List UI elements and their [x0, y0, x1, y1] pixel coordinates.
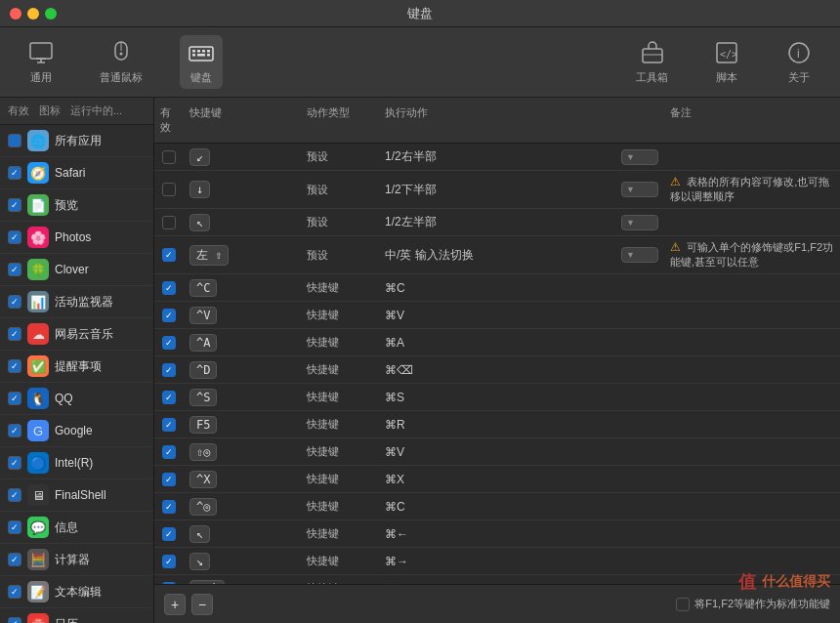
- svg-rect-8: [192, 50, 195, 53]
- dropdown-cell-12: [615, 503, 664, 511]
- general-icon: [27, 39, 55, 66]
- action-dropdown-2[interactable]: ▼: [621, 215, 658, 230]
- close-button[interactable]: [10, 8, 21, 20]
- row-checkbox-3[interactable]: [162, 248, 176, 262]
- minimize-button[interactable]: [27, 8, 39, 20]
- sidebar-item-1[interactable]: 🧭Safari: [0, 157, 153, 189]
- toolbar-item-general[interactable]: 通用: [20, 35, 63, 89]
- sidebar-checkbox-11[interactable]: [8, 488, 21, 502]
- sidebar-item-13[interactable]: 🧮计算器: [0, 544, 153, 576]
- action-dropdown-0[interactable]: ▼: [621, 149, 658, 165]
- sidebar-checkbox-7[interactable]: [8, 359, 21, 373]
- sidebar-item-9[interactable]: GGoogle: [0, 415, 153, 447]
- toolbar-item-toolbox[interactable]: 工具箱: [628, 35, 676, 89]
- row-checkbox-11[interactable]: [162, 473, 176, 486]
- sidebar-checkbox-6[interactable]: [8, 327, 21, 341]
- f1f2-checkbox[interactable]: [676, 598, 690, 611]
- app-icon-13: 🧮: [27, 549, 49, 570]
- sidebar-item-4[interactable]: 🍀Clover: [0, 254, 153, 286]
- sidebar-checkbox-12[interactable]: [8, 520, 21, 534]
- sidebar-item-2[interactable]: 📄预览: [0, 189, 153, 222]
- sidebar-checkbox-5[interactable]: [8, 295, 21, 309]
- row-checkbox-10[interactable]: [162, 445, 176, 459]
- sidebar-item-11[interactable]: 🖥FinalShell: [0, 479, 153, 512]
- toolbar-item-script[interactable]: </> 脚本: [705, 35, 748, 89]
- sidebar-item-14[interactable]: 📝文本编辑: [0, 576, 153, 608]
- sidebar-checkbox-13[interactable]: [8, 553, 21, 566]
- sidebar-item-12[interactable]: 💬信息: [0, 512, 153, 544]
- sidebar-checkbox-0[interactable]: [8, 134, 21, 147]
- sidebar-item-5[interactable]: 📊活动监视器: [0, 286, 153, 318]
- action-text-14: ⌘→: [385, 555, 408, 568]
- sidebar-header-icon: 图标: [35, 102, 64, 120]
- add-button[interactable]: +: [164, 594, 186, 615]
- action-dropdown-1[interactable]: ▼: [621, 182, 658, 197]
- f1f2-option[interactable]: 将F1,F2等键作为标准功能键: [676, 597, 830, 611]
- sidebar-checkbox-4[interactable]: [8, 263, 21, 276]
- app-icon-6: ☁: [27, 323, 49, 345]
- sidebar-checkbox-3[interactable]: [8, 230, 21, 244]
- zoom-button[interactable]: [45, 8, 57, 20]
- sidebar-checkbox-15[interactable]: [8, 617, 21, 623]
- dropdown-cell-1[interactable]: ▼: [615, 178, 664, 201]
- sidebar-checkbox-10[interactable]: [8, 456, 21, 470]
- action-dropdown-3[interactable]: ▼: [621, 247, 658, 263]
- action-type-10: 快捷键: [301, 440, 379, 463]
- remove-button[interactable]: −: [191, 594, 213, 615]
- row-checkbox-7[interactable]: [162, 363, 176, 377]
- toolbox-icon: [639, 39, 666, 66]
- f1f2-label: 将F1,F2等键作为标准功能键: [694, 597, 830, 611]
- svg-rect-10: [202, 50, 205, 53]
- sidebar-item-8[interactable]: 🐧QQ: [0, 383, 153, 415]
- table-body: ↙预设1/2右半部▼↓预设1/2下半部▼⚠ 表格的所有内容可修改,也可拖移以调整…: [154, 144, 840, 584]
- svg-text:</>: </>: [720, 49, 737, 60]
- action-text-11: ⌘X: [385, 473, 404, 486]
- sidebar-item-3[interactable]: 🌸Photos: [0, 222, 153, 254]
- row-checkbox-1[interactable]: [162, 183, 176, 196]
- dropdown-cell-3[interactable]: ▼: [615, 243, 664, 267]
- row-checkbox-8[interactable]: [162, 391, 176, 404]
- sidebar-checkbox-2[interactable]: [8, 198, 21, 212]
- app-name-12: 信息: [55, 519, 78, 536]
- row-checkbox-5[interactable]: [162, 309, 176, 322]
- toolbar-item-mouse[interactable]: 普通鼠标: [92, 35, 150, 89]
- sidebar-checkbox-9[interactable]: [8, 424, 21, 437]
- sidebar-checkbox-1[interactable]: [8, 166, 21, 180]
- app-name-8: QQ: [55, 392, 73, 405]
- row-checkbox-6[interactable]: [162, 336, 176, 350]
- action-text-9: ⌘R: [385, 418, 405, 432]
- row-checkbox-12[interactable]: [162, 500, 176, 514]
- sidebar-item-6[interactable]: ☁网易云音乐: [0, 318, 153, 351]
- sidebar-item-15[interactable]: 📅日历: [0, 608, 153, 623]
- action-type-11: 快捷键: [301, 468, 379, 490]
- note-cell-0: [664, 153, 840, 161]
- svg-text:i: i: [797, 47, 800, 61]
- row-checkbox-4[interactable]: [162, 281, 176, 295]
- app-icon-1: 🧭: [27, 162, 49, 184]
- row-checkbox-0[interactable]: [162, 150, 176, 164]
- app-name-10: Intel(R): [55, 456, 93, 470]
- sidebar-checkbox-14[interactable]: [8, 585, 21, 599]
- row-checkbox-9[interactable]: [162, 418, 176, 432]
- bottom-bar: + − 将F1,F2等键作为标准功能键: [154, 584, 840, 623]
- app-icon-10: 🔵: [27, 452, 49, 474]
- toolbar-item-keyboard[interactable]: 键盘: [180, 35, 223, 89]
- row-checkbox-14[interactable]: [162, 555, 176, 568]
- sidebar-item-0[interactable]: 🌐所有应用: [0, 125, 153, 157]
- shortcut-key-12: ^◎: [189, 498, 217, 516]
- dropdown-cell-11: [615, 476, 664, 483]
- dropdown-cell-0[interactable]: ▼: [615, 145, 664, 169]
- sidebar-item-10[interactable]: 🔵Intel(R): [0, 447, 153, 479]
- toolbar-item-about[interactable]: i 关于: [777, 35, 820, 89]
- action-type-13: 快捷键: [301, 522, 379, 545]
- row-checkbox-2[interactable]: [162, 216, 176, 229]
- svg-rect-0: [30, 43, 52, 59]
- dropdown-cell-2[interactable]: ▼: [615, 211, 664, 234]
- app-icon-5: 📊: [27, 291, 49, 312]
- row-checkbox-13[interactable]: [162, 527, 176, 541]
- note-cell-13: [664, 530, 840, 538]
- mouse-label: 普通鼠标: [100, 70, 143, 85]
- sidebar-item-7[interactable]: ✅提醒事项: [0, 351, 153, 383]
- sidebar-checkbox-8[interactable]: [8, 392, 21, 405]
- action-cell-13: ⌘←: [379, 523, 615, 545]
